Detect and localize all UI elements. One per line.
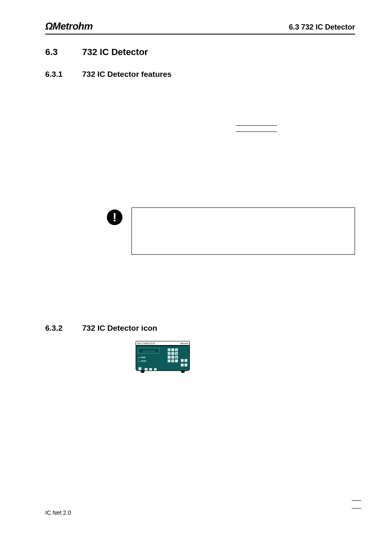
detector-screen: METROHM xyxy=(138,348,159,353)
detector-figure: 732 IC DETECTOR Metrohm METROHM RUN DATA… xyxy=(136,341,191,373)
right-buttons-2 xyxy=(181,364,187,366)
text-line-rule xyxy=(236,131,277,132)
keypad-button-icon: ▲ xyxy=(168,348,171,351)
brand-logo: Ω Metrohm xyxy=(45,21,93,32)
detector-top-panel: 732 IC DETECTOR Metrohm xyxy=(136,341,190,345)
caution-icon: ! xyxy=(107,210,122,225)
keypad-button-icon xyxy=(171,352,174,355)
detector-body: METROHM RUN DATA ▲ ▲ ▼ ◀ ▶ xyxy=(136,345,190,371)
detector-brand-label: Metrohm xyxy=(180,342,189,345)
subsection-number-2: 6.3.2 xyxy=(45,324,82,333)
section-heading: 6.3 732 IC Detector xyxy=(45,47,355,58)
subsection-number-1: 6.3.1 xyxy=(45,70,82,79)
keypad-button-icon xyxy=(171,356,174,359)
page-line-rule xyxy=(352,500,361,501)
section-title: 732 IC Detector xyxy=(82,47,148,58)
omega-icon: Ω xyxy=(45,21,53,32)
page-number-marker xyxy=(352,500,361,516)
page-line-rule xyxy=(352,508,361,509)
run-led-icon xyxy=(138,357,140,358)
subsection-heading-2: 6.3.2 732 IC Detector icon xyxy=(45,324,157,333)
keypad-button-icon: ◀ xyxy=(175,352,178,355)
caution-box xyxy=(131,207,355,255)
keypad-button-icon: ▲ xyxy=(175,348,178,351)
keypad-button-icon xyxy=(168,356,171,359)
keypad-button-icon: ▼ xyxy=(168,352,171,355)
keypad-button-icon xyxy=(175,359,178,362)
text-line-rule xyxy=(236,125,277,126)
soft-button-icon xyxy=(149,368,152,371)
data-indicator: DATA xyxy=(138,360,146,362)
soft-buttons xyxy=(145,365,157,372)
subsection-heading-1: 6.3.1 732 IC Detector features xyxy=(45,70,355,79)
foot-icon xyxy=(181,371,185,373)
footer-label: IC Net 2.0 xyxy=(45,509,71,516)
subsection-title-1: 732 IC Detector features xyxy=(82,70,172,79)
data-label: DATA xyxy=(141,360,146,362)
page-header: Ω Metrohm 6.3 732 IC Detector xyxy=(45,21,355,35)
keypad-grid: ▲ ▲ ▼ ◀ ▶ ▼ xyxy=(168,348,178,362)
subsection-title-2: 732 IC Detector icon xyxy=(82,324,157,333)
section-number: 6.3 xyxy=(45,47,82,58)
aux-button-icon xyxy=(184,359,187,362)
aux-button-icon xyxy=(181,364,184,366)
header-section-ref: 6.3 732 IC Detector xyxy=(289,23,355,32)
run-indicator: RUN xyxy=(138,356,145,359)
keypad-button-icon xyxy=(171,348,174,351)
run-label: RUN xyxy=(141,356,145,359)
soft-button-icon xyxy=(145,368,148,371)
brand-name: Metrohm xyxy=(53,21,93,32)
aux-button-icon xyxy=(184,364,187,366)
power-button-icon xyxy=(138,367,141,370)
soft-button-icon xyxy=(154,368,157,371)
right-buttons-1 xyxy=(181,359,187,362)
keypad-button-icon: ▼ xyxy=(171,359,174,362)
keypad-button-icon xyxy=(168,359,171,362)
bottom-controls xyxy=(138,365,157,372)
keypad-button-icon: ▶ xyxy=(175,356,178,359)
detector-model-label: 732 IC DETECTOR xyxy=(137,342,155,345)
aux-button-icon xyxy=(181,359,184,362)
data-led-icon xyxy=(138,361,140,362)
